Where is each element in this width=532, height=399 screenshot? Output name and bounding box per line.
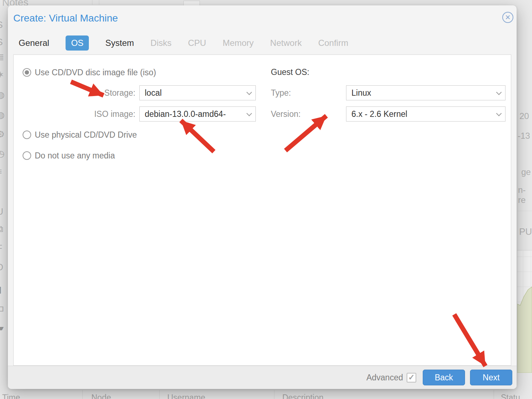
iso-image-value: debian-13.0.0-amd64- — [145, 109, 246, 119]
bg-col-description: Description — [282, 393, 323, 399]
advanced-checkbox[interactable]: ✓ — [407, 373, 416, 383]
bg-col-time: Time — [2, 393, 20, 399]
bg-divider — [92, 0, 92, 5]
bg-sidebar-text: S — [0, 20, 3, 30]
tab-system[interactable]: System — [105, 38, 134, 48]
bg-folder-icon: ▰ — [0, 323, 4, 333]
storage-combobox[interactable]: local — [139, 85, 256, 100]
radio-row-iso: Use CD/DVD disc image file (iso) — [23, 67, 156, 77]
bg-divider — [494, 390, 494, 399]
os-tab-panel: Use CD/DVD disc image file (iso) Storage… — [13, 54, 511, 366]
bg-divider — [82, 390, 83, 399]
bg-divider — [99, 0, 99, 5]
bg-sidebar-icon: ✶ — [0, 70, 4, 80]
iso-image-combobox[interactable]: debian-13.0.0-amd64- — [139, 106, 256, 122]
bg-divider — [159, 390, 160, 399]
storage-label: Storage: — [78, 85, 135, 100]
radio-no-media-label: Do not use any media — [35, 151, 115, 161]
create-vm-dialog: Create: Virtual Machine ✕ General OS Sys… — [8, 5, 517, 389]
os-version-combobox[interactable]: 6.x - 2.6 Kernel — [346, 106, 505, 122]
close-icon[interactable]: ✕ — [502, 12, 513, 23]
type-label: Type: — [271, 85, 325, 100]
bg-divider — [517, 211, 532, 211]
chevron-down-icon[interactable] — [496, 110, 502, 116]
next-button[interactable]: Next — [470, 370, 512, 385]
dialog-footer: Advanced ✓ Back Next — [8, 366, 517, 389]
bg-divider — [517, 250, 532, 250]
chevron-down-icon[interactable] — [246, 89, 252, 95]
os-type-combobox[interactable]: Linux — [346, 85, 505, 100]
bg-sidebar-icon: ⧉ — [0, 224, 3, 234]
tab-memory: Memory — [222, 38, 254, 48]
tab-disks: Disks — [150, 38, 172, 48]
radio-use-iso-label: Use CD/DVD disc image file (iso) — [35, 68, 156, 77]
bg-sidebar-sliver: S S ≣ ✶ ◍ ◍ ⚙ ◷ ≡ U ⧉ F D ▮ ⊐ ▰ — [0, 14, 8, 373]
radio-no-media[interactable] — [23, 151, 31, 160]
bg-divider — [274, 390, 274, 399]
radio-use-iso[interactable] — [23, 68, 31, 77]
storage-value: local — [145, 88, 246, 98]
screen: Notes S S ≣ ✶ ◍ ◍ ⚙ ◷ ≡ U ⧉ F D ▮ ⊐ ▰ 20… — [0, 0, 532, 399]
bg-col-node: Node — [91, 393, 111, 399]
bg-sidebar-icon: ▮ — [0, 284, 2, 295]
bg-sidebar-icon: ⊐ — [0, 303, 4, 314]
dialog-title: Create: Virtual Machine — [13, 13, 118, 24]
bg-col-username: Username — [167, 393, 205, 399]
version-label: Version: — [271, 106, 325, 122]
iso-image-label: ISO image: — [78, 106, 135, 122]
guest-os-heading: Guest OS: — [271, 67, 309, 77]
chevron-down-icon[interactable] — [496, 89, 502, 95]
bg-globe-icon: ◍ — [0, 90, 5, 100]
bg-usage-chart — [517, 251, 532, 373]
bg-text-fragment: ge — [521, 167, 531, 177]
wizard-tabbar: General OS System Disks CPU Memory Netwo… — [19, 35, 348, 51]
tab-cpu: CPU — [188, 38, 206, 48]
bg-sidebar-text: D — [0, 262, 3, 272]
bg-number-fragment: -13 — [518, 131, 530, 141]
bg-number-fragment: 20 — [519, 111, 529, 121]
radio-use-physical-drive[interactable] — [23, 130, 31, 139]
bg-sidebar-text: S — [0, 37, 3, 47]
os-version-value: 6.x - 2.6 Kernel — [351, 109, 496, 119]
bg-col-status: Statu — [501, 393, 520, 399]
radio-use-physical-drive-label: Use physical CD/DVD Drive — [35, 130, 137, 140]
bg-panel-fragment — [183, 1, 200, 5]
bg-text-fragment: n-re — [518, 185, 532, 205]
back-button[interactable]: Back — [423, 370, 465, 385]
chevron-down-icon[interactable] — [246, 110, 252, 116]
bg-sidebar-icon: ≣ — [0, 52, 4, 62]
radio-row-physical: Use physical CD/DVD Drive — [23, 130, 137, 140]
bg-gear-icon: ⚙ — [0, 129, 5, 139]
bg-clock-icon: ◷ — [0, 148, 5, 159]
tab-confirm: Confirm — [318, 38, 348, 48]
advanced-label: Advanced — [366, 373, 403, 383]
tab-network: Network — [270, 38, 302, 48]
tab-os[interactable]: OS — [66, 35, 89, 51]
os-type-value: Linux — [351, 88, 496, 98]
bg-text-fragment: PU — [519, 226, 532, 237]
tab-general[interactable]: General — [19, 38, 49, 48]
radio-row-no-media: Do not use any media — [23, 151, 115, 161]
bg-sidebar-text: U — [0, 206, 3, 217]
bg-menu-icon: ≡ — [0, 166, 2, 177]
bg-sidebar-text: F — [0, 243, 2, 253]
bg-globe-icon: ◍ — [0, 110, 5, 120]
